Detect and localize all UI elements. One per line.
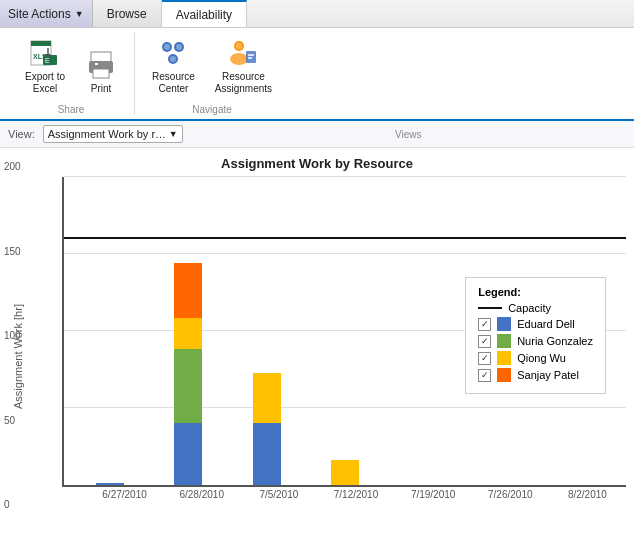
bar-segment-yellow — [174, 318, 202, 349]
site-actions-dropdown-icon: ▼ — [75, 9, 84, 19]
bar-group-2 — [231, 373, 303, 485]
svg-rect-9 — [93, 69, 109, 78]
export-excel-label: Export to Excel — [25, 71, 65, 95]
legend-capacity: Capacity — [478, 302, 593, 314]
share-section: XLS E Export to Excel — [8, 32, 135, 115]
x-label-6: 8/2/2010 — [549, 489, 626, 500]
resource-center-button[interactable]: Resource Center — [145, 32, 202, 100]
resource-center-icon — [157, 37, 189, 69]
resource-assignments-icon — [227, 37, 259, 69]
legend-label-3: Qiong Wu — [517, 352, 566, 364]
legend-checkbox-2[interactable]: ✓ — [478, 335, 491, 348]
svg-point-19 — [236, 43, 243, 50]
legend-capacity-label: Capacity — [508, 302, 551, 314]
views-section-label: Views — [191, 129, 626, 140]
chart-area: Assignment Work [hr] 200 150 100 50 0 — [8, 177, 626, 534]
bar-segment-yellow — [253, 373, 281, 423]
availability-tab[interactable]: Availability — [162, 0, 247, 27]
bar-segment-blue — [253, 423, 281, 485]
print-icon — [85, 49, 117, 81]
legend: Legend: Capacity ✓ Eduard Dell ✓ Nuria G… — [465, 277, 606, 394]
view-row: View: Assignment Work by reso... ▼ Views — [0, 121, 634, 148]
bar-segment-yellow — [331, 460, 359, 485]
bar-segment-orange — [174, 263, 202, 317]
bar-segment-green — [174, 349, 202, 423]
legend-checkbox-4[interactable]: ✓ — [478, 369, 491, 382]
y-tick-200: 200 — [4, 161, 21, 172]
resource-assignments-label: Resource Assignments — [215, 71, 272, 95]
x-label-5: 7/26/2010 — [472, 489, 549, 500]
x-label-0: 6/27/2010 — [86, 489, 163, 500]
export-excel-icon: XLS E — [29, 37, 61, 69]
legend-checkbox-1[interactable]: ✓ — [478, 318, 491, 331]
view-dropdown[interactable]: Assignment Work by reso... ▼ — [43, 125, 183, 143]
legend-label-1: Eduard Dell — [517, 318, 574, 330]
svg-point-15 — [176, 44, 182, 50]
bar-segment-blue — [174, 423, 202, 485]
resource-center-label: Resource Center — [152, 71, 195, 95]
print-label: Print — [91, 83, 112, 95]
y-tick-50: 50 — [4, 414, 15, 425]
view-dropdown-arrow-icon: ▼ — [169, 129, 178, 139]
site-actions-button[interactable]: Site Actions ▼ — [0, 0, 93, 27]
legend-title: Legend: — [478, 286, 593, 298]
x-label-3: 7/12/2010 — [317, 489, 394, 500]
share-label: Share — [18, 104, 124, 115]
legend-qiong: ✓ Qiong Wu — [478, 351, 593, 365]
capacity-line — [64, 237, 626, 239]
x-label-1: 6/28/2010 — [163, 489, 240, 500]
ribbon: XLS E Export to Excel — [0, 28, 634, 121]
legend-sanjay: ✓ Sanjay Patel — [478, 368, 593, 382]
svg-rect-20 — [246, 51, 256, 63]
legend-label-4: Sanjay Patel — [517, 369, 579, 381]
legend-eduard: ✓ Eduard Dell — [478, 317, 593, 331]
x-label-4: 7/19/2010 — [395, 489, 472, 500]
svg-point-16 — [170, 56, 176, 62]
svg-point-18 — [230, 53, 248, 65]
legend-color-2 — [497, 334, 511, 348]
chart-title: Assignment Work by Resource — [8, 156, 626, 171]
capacity-line-icon — [478, 307, 502, 309]
bar-group-1 — [152, 263, 224, 485]
view-selected: Assignment Work by reso... — [48, 128, 168, 140]
x-axis: 6/27/2010 6/28/2010 7/5/2010 7/12/2010 7… — [62, 489, 626, 500]
site-actions-label: Site Actions — [8, 7, 71, 21]
svg-point-14 — [164, 44, 170, 50]
resource-assignments-button[interactable]: Resource Assignments — [208, 32, 279, 100]
bar-segment — [96, 483, 124, 485]
legend-color-4 — [497, 368, 511, 382]
bar-group-3 — [309, 460, 381, 485]
legend-label-2: Nuria Gonzalez — [517, 335, 593, 347]
export-excel-button[interactable]: XLS E Export to Excel — [18, 32, 72, 100]
y-axis-label: Assignment Work [hr] — [8, 177, 28, 534]
svg-rect-1 — [31, 41, 51, 46]
y-tick-150: 150 — [4, 245, 21, 256]
svg-text:E: E — [45, 57, 50, 64]
legend-color-1 — [497, 317, 511, 331]
bar-group-0 — [74, 483, 146, 485]
browse-tab[interactable]: Browse — [93, 0, 162, 27]
legend-color-3 — [497, 351, 511, 365]
navigate-section: Resource Center Resource Assignments — [135, 32, 289, 115]
legend-nuria: ✓ Nuria Gonzalez — [478, 334, 593, 348]
chart-plot: Legend: Capacity ✓ Eduard Dell ✓ Nuria G… — [62, 177, 626, 487]
svg-rect-10 — [95, 63, 98, 65]
navigate-label: Navigate — [145, 104, 279, 115]
legend-checkbox-3[interactable]: ✓ — [478, 352, 491, 365]
y-tick-0: 0 — [4, 499, 10, 510]
view-label: View: — [8, 128, 35, 140]
print-button[interactable]: Print — [78, 44, 124, 100]
x-label-2: 7/5/2010 — [240, 489, 317, 500]
chart-container: Assignment Work by Resource Assignment W… — [0, 148, 634, 534]
y-tick-100: 100 — [4, 330, 21, 341]
